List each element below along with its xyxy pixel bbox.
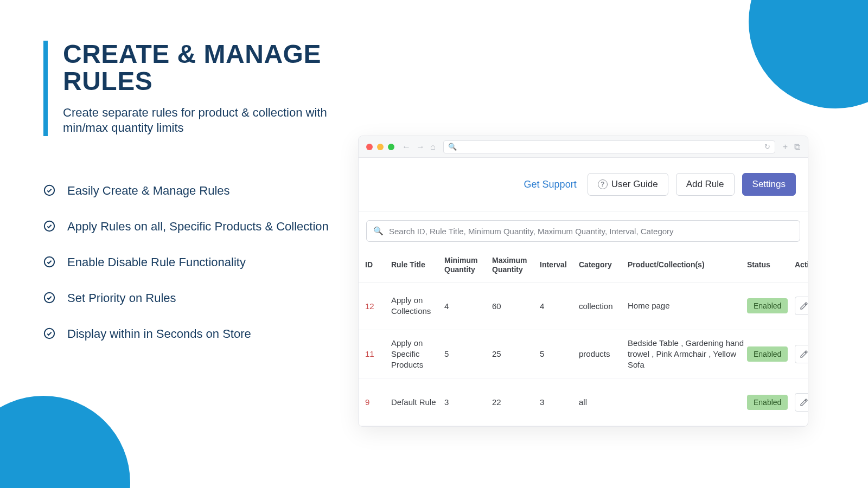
feature-text: Display within in Seconds on Store xyxy=(67,325,251,343)
cell-title: Apply on Specific Products xyxy=(391,338,444,371)
edit-button[interactable] xyxy=(795,297,808,315)
cell-status: Enabled xyxy=(747,346,795,362)
page-subtitle: Create separate rules for product & coll… xyxy=(63,105,336,136)
decoration-circle-top xyxy=(749,0,868,108)
cell-max: 25 xyxy=(492,349,540,358)
cell-interval: 4 xyxy=(540,301,579,311)
browser-chrome: ← → ⌂ 🔍 ↻ + ⧉ xyxy=(359,136,808,158)
cell-category: collection xyxy=(579,301,628,311)
cell-title: Apply on Collections xyxy=(391,295,444,317)
browser-actions: + ⧉ xyxy=(783,142,800,152)
browser-window: ← → ⌂ 🔍 ↻ + ⧉ Get Support ? User Guide A… xyxy=(358,136,808,427)
home-icon[interactable]: ⌂ xyxy=(430,142,436,152)
table-row: 12 Apply on Collections 4 60 4 collectio… xyxy=(359,282,808,330)
feature-item: Display within in Seconds on Store xyxy=(43,325,336,343)
search-input[interactable]: 🔍 Search ID, Rule Title, Minimum Quantit… xyxy=(366,220,800,242)
cell-max: 60 xyxy=(492,301,540,311)
cell-actions xyxy=(795,297,808,315)
add-rule-button[interactable]: Add Rule xyxy=(676,173,735,196)
feature-item: Set Priority on Rules xyxy=(43,290,336,307)
forward-icon[interactable]: → xyxy=(416,142,425,152)
minimize-window-icon[interactable] xyxy=(377,144,384,150)
cell-category: products xyxy=(579,349,628,358)
status-badge: Enabled xyxy=(747,395,788,410)
rules-table: ID Rule Title Minimum Quantity Maximum Q… xyxy=(359,248,808,426)
status-badge: Enabled xyxy=(747,346,788,362)
check-circle-icon xyxy=(43,292,55,304)
col-status: Status xyxy=(747,260,795,269)
feature-text: Enable Disable Rule Functionality xyxy=(67,254,246,271)
check-circle-icon xyxy=(43,184,55,196)
feature-text: Set Priority on Rules xyxy=(67,290,176,307)
cell-min: 5 xyxy=(444,349,492,358)
feature-text: Easily Create & Manage Rules xyxy=(67,182,230,200)
table-row: 11 Apply on Specific Products 5 25 5 pro… xyxy=(359,330,808,379)
nav-controls: ← → ⌂ xyxy=(402,142,436,152)
cell-interval: 5 xyxy=(540,349,579,358)
back-icon[interactable]: ← xyxy=(402,142,411,152)
table-header: ID Rule Title Minimum Quantity Maximum Q… xyxy=(359,248,808,282)
col-action: Action xyxy=(795,260,808,269)
edit-button[interactable] xyxy=(795,393,808,412)
heading-accent: CREATE & MANAGE RULES Create separate ru… xyxy=(43,41,336,136)
cell-status: Enabled xyxy=(747,298,795,313)
user-guide-label: User Guide xyxy=(611,179,658,190)
feature-text: Apply Rules on all, Specific Products & … xyxy=(67,218,329,235)
feature-item: Easily Create & Manage Rules xyxy=(43,182,336,200)
col-products: Product/Collection(s) xyxy=(628,260,747,269)
feature-item: Apply Rules on all, Specific Products & … xyxy=(43,218,336,235)
cell-interval: 3 xyxy=(540,397,579,407)
col-min-qty: Minimum Quantity xyxy=(444,256,492,274)
cell-status: Enabled xyxy=(747,395,795,410)
pencil-icon xyxy=(800,350,808,358)
pencil-icon xyxy=(800,301,808,310)
cell-min: 3 xyxy=(444,397,492,407)
cell-min: 4 xyxy=(444,301,492,311)
new-tab-icon[interactable]: + xyxy=(783,142,788,152)
feature-item: Enable Disable Rule Functionality xyxy=(43,254,336,271)
check-circle-icon xyxy=(43,220,55,232)
cell-id: 9 xyxy=(365,397,391,407)
cell-actions xyxy=(795,345,808,363)
hero-section: CREATE & MANAGE RULES Create separate ru… xyxy=(43,41,336,361)
user-guide-button[interactable]: ? User Guide xyxy=(588,173,668,196)
check-circle-icon xyxy=(43,256,55,268)
cell-id: 11 xyxy=(365,349,391,358)
window-controls xyxy=(366,144,394,150)
get-support-link[interactable]: Get Support xyxy=(524,179,577,190)
table-row: 9 Default Rule 3 22 3 all Enabled xyxy=(359,378,808,426)
help-icon: ? xyxy=(598,179,608,189)
search-row: 🔍 Search ID, Rule Title, Minimum Quantit… xyxy=(359,211,808,248)
cell-actions xyxy=(795,393,808,412)
cell-id: 12 xyxy=(365,301,391,311)
cell-max: 22 xyxy=(492,397,540,407)
settings-button[interactable]: Settings xyxy=(742,173,796,196)
col-interval: Interval xyxy=(540,260,579,269)
pencil-icon xyxy=(800,398,808,407)
check-circle-icon xyxy=(43,328,55,339)
col-max-qty: Maximum Quantity xyxy=(492,256,540,274)
app-toolbar: Get Support ? User Guide Add Rule Settin… xyxy=(359,158,808,211)
cell-products: Bedside Table , Gardening hand trowel , … xyxy=(628,338,747,371)
cell-category: all xyxy=(579,397,628,407)
page-title: CREATE & MANAGE RULES xyxy=(63,41,336,95)
search-icon: 🔍 xyxy=(448,143,457,151)
add-rule-label: Add Rule xyxy=(686,179,724,190)
address-bar[interactable]: 🔍 ↻ xyxy=(443,140,775,153)
col-id: ID xyxy=(365,260,391,269)
status-badge: Enabled xyxy=(747,298,788,313)
edit-button[interactable] xyxy=(795,345,808,363)
decoration-circle-bottom xyxy=(0,396,130,488)
settings-label: Settings xyxy=(752,179,786,190)
col-category: Category xyxy=(579,260,628,269)
search-placeholder: Search ID, Rule Title, Minimum Quantity,… xyxy=(389,227,674,236)
col-rule-title: Rule Title xyxy=(391,260,444,269)
copy-icon[interactable]: ⧉ xyxy=(794,142,800,152)
close-window-icon[interactable] xyxy=(366,144,373,150)
feature-list: Easily Create & Manage Rules Apply Rules… xyxy=(43,182,336,342)
cell-products: Home page xyxy=(628,300,747,311)
search-icon: 🔍 xyxy=(373,226,384,236)
refresh-icon[interactable]: ↻ xyxy=(764,143,770,151)
cell-title: Default Rule xyxy=(391,397,444,408)
maximize-window-icon[interactable] xyxy=(388,144,394,150)
